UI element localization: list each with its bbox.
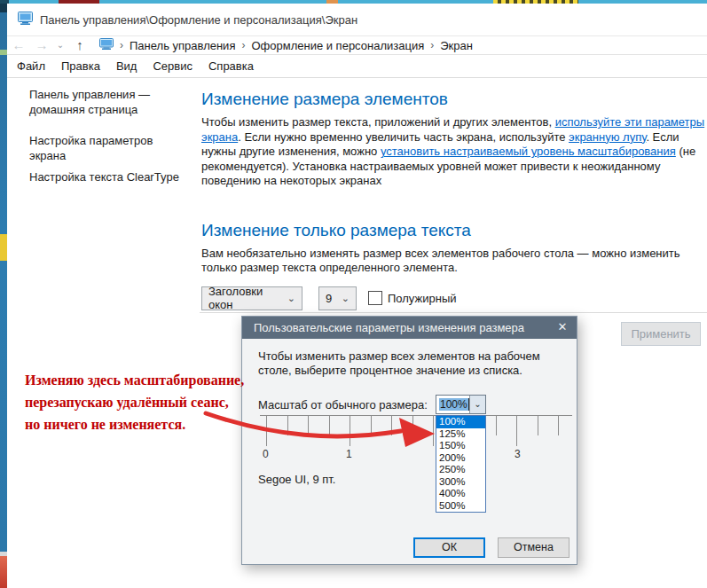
breadcrumb-item-display[interactable]: Экран bbox=[440, 39, 473, 52]
sidebar: Панель управления — домашняя страница На… bbox=[29, 87, 189, 184]
scale-option-500[interactable]: 500% bbox=[436, 500, 485, 513]
display-location-icon bbox=[99, 38, 114, 52]
desktop-left-strip bbox=[0, 4, 7, 588]
dialog-instructions: Чтобы изменить размер всех элементов на … bbox=[258, 349, 564, 378]
display-app-icon bbox=[18, 12, 33, 27]
desktop-fragment bbox=[493, 0, 578, 4]
scale-option-150[interactable]: 150% bbox=[436, 440, 485, 452]
section-title-resize-elements: Изменение размера элементов bbox=[201, 89, 707, 110]
desktop-icon-fragment bbox=[0, 556, 7, 588]
scale-dropdown-list: 100% 125% 150% 200% 250% 300% 400% 500% bbox=[436, 415, 486, 513]
scale-ruler: 0 1 3 bbox=[260, 415, 572, 470]
up-icon[interactable]: ↑ bbox=[67, 36, 92, 54]
desktop-top-strip bbox=[0, 0, 707, 4]
link-magnifier[interactable]: экранную лупу bbox=[569, 130, 646, 144]
cancel-button[interactable]: Отмена bbox=[498, 537, 570, 558]
sidebar-item-control-panel-home[interactable]: Панель управления — домашняя страница bbox=[29, 87, 189, 117]
menu-help[interactable]: Справка bbox=[200, 57, 262, 75]
scale-option-400[interactable]: 400% bbox=[436, 488, 485, 500]
scale-combobox-value: 100% bbox=[436, 396, 469, 413]
ruler-tick bbox=[308, 416, 309, 435]
window-titlebar: Панель управления\Оформление и персонали… bbox=[7, 4, 707, 35]
text-segment: Чтобы изменить размер текста, приложений… bbox=[201, 115, 555, 129]
menu-view[interactable]: Вид bbox=[108, 57, 145, 75]
section-title-text-size-only: Изменение только размера текста bbox=[201, 220, 707, 241]
scale-option-300[interactable]: 300% bbox=[436, 476, 485, 489]
breadcrumb: › Панель управления › Оформление и персо… bbox=[99, 38, 473, 52]
ruler-label: 1 bbox=[346, 448, 358, 460]
main-content: Изменение размера элементов Чтобы измени… bbox=[201, 89, 707, 310]
scale-option-250[interactable]: 250% bbox=[436, 464, 485, 476]
ok-button[interactable]: ОК bbox=[413, 537, 485, 558]
annotation-text: Изменяю здесь масштабирование, перезапус… bbox=[25, 369, 244, 435]
breadcrumb-item-appearance[interactable]: Оформление и персонализация bbox=[251, 39, 424, 52]
scale-option-125[interactable]: 125% bbox=[436, 428, 485, 441]
ruler-tick bbox=[558, 416, 559, 435]
breadcrumb-separator-icon: › bbox=[120, 39, 123, 51]
chevron-down-icon: ⌄ bbox=[287, 293, 295, 304]
ruler-tick bbox=[516, 416, 517, 446]
dialog-title: Пользовательские параметры изменения раз… bbox=[242, 321, 548, 334]
back-icon[interactable]: ← bbox=[7, 36, 30, 54]
chevron-down-icon: ⌄ bbox=[342, 293, 350, 304]
bold-checkbox-label: Полужирный bbox=[388, 292, 457, 305]
ruler-tick bbox=[266, 416, 267, 446]
ruler-tick bbox=[538, 416, 538, 435]
scale-option-200[interactable]: 200% bbox=[436, 452, 485, 465]
ruler-tick bbox=[287, 416, 288, 435]
ruler-label: 0 bbox=[263, 448, 275, 460]
window-title: Панель управления\Оформление и персонали… bbox=[40, 13, 357, 27]
section2-paragraph: Вам необязательно изменять размер всех э… bbox=[201, 247, 707, 276]
close-icon[interactable]: ✕ bbox=[548, 317, 577, 339]
selected-text: 100% bbox=[439, 398, 468, 411]
bold-checkbox[interactable] bbox=[368, 291, 382, 305]
forward-icon[interactable]: → bbox=[30, 36, 53, 54]
ruler-label: 3 bbox=[515, 448, 527, 460]
ruler-tick bbox=[496, 416, 497, 435]
font-size-select-value: 9 bbox=[326, 292, 332, 305]
desktop-fragment bbox=[0, 4, 7, 12]
ruler-tick bbox=[412, 416, 413, 435]
ruler-tick bbox=[350, 416, 350, 446]
text-size-controls: Заголовки окон ⌄ 9 ⌄ Полужирный bbox=[201, 286, 707, 310]
desktop-fragment bbox=[59, 0, 99, 4]
scale-option-100[interactable]: 100% bbox=[436, 416, 485, 428]
chevron-down-icon[interactable]: ⌄ bbox=[469, 396, 485, 413]
annotation-line: Изменяю здесь масштабирование, bbox=[25, 369, 244, 391]
custom-sizing-dialog: Пользовательские параметры изменения раз… bbox=[241, 316, 577, 565]
recent-pages-chevron-icon[interactable]: ⌄ bbox=[53, 36, 67, 54]
ruler-tick bbox=[433, 416, 434, 446]
ruler-tick bbox=[329, 416, 330, 435]
desktop-fragment bbox=[326, 0, 338, 4]
menu-tools[interactable]: Сервис bbox=[145, 57, 200, 75]
annotation-line: но ничего не изменяется. bbox=[25, 413, 244, 435]
menu-bar: Файл Правка Вид Сервис Справка bbox=[7, 55, 707, 78]
text-segment: . Если нужно временно увеличить часть эк… bbox=[238, 130, 569, 144]
sidebar-item-adjust-resolution[interactable]: Настройка параметров экрана bbox=[29, 133, 189, 163]
bold-checkbox-group: Полужирный bbox=[368, 291, 457, 305]
section1-paragraph: Чтобы изменить размер текста, приложений… bbox=[201, 115, 707, 189]
breadcrumb-separator-icon: › bbox=[430, 39, 434, 51]
breadcrumb-separator-icon: › bbox=[241, 39, 245, 51]
element-select[interactable]: Заголовки окон ⌄ bbox=[201, 286, 302, 310]
scale-label: Масштаб от обычного размера: bbox=[258, 398, 428, 412]
annotation-line: перезапускаю удалённый сеанс, bbox=[25, 391, 244, 413]
scale-combobox[interactable]: 100% ⌄ bbox=[436, 395, 486, 414]
breadcrumb-item-control-panel[interactable]: Панель управления bbox=[130, 39, 235, 52]
navigation-bar: ← → ⌄ ↑ › Панель управления › Оформление… bbox=[7, 35, 707, 55]
sidebar-item-cleartype[interactable]: Настройка текста ClearType bbox=[29, 169, 189, 184]
font-preview-note: Segoe UI, 9 пт. bbox=[258, 473, 335, 486]
dialog-titlebar[interactable]: Пользовательские параметры изменения раз… bbox=[242, 317, 577, 339]
menu-file[interactable]: Файл bbox=[9, 57, 53, 75]
link-custom-scaling[interactable]: установить настраиваемый уровень масштаб… bbox=[381, 145, 676, 158]
ruler-tick bbox=[391, 416, 392, 435]
element-select-value: Заголовки окон bbox=[208, 285, 282, 311]
menu-edit[interactable]: Правка bbox=[53, 57, 108, 75]
desktop-fragment bbox=[0, 50, 7, 55]
font-size-select[interactable]: 9 ⌄ bbox=[318, 286, 357, 310]
apply-button-disabled[interactable]: Применить bbox=[621, 322, 701, 346]
ruler-tick bbox=[371, 416, 372, 435]
desktop-icon-fragment bbox=[0, 234, 7, 261]
horizontal-divider bbox=[200, 312, 707, 313]
